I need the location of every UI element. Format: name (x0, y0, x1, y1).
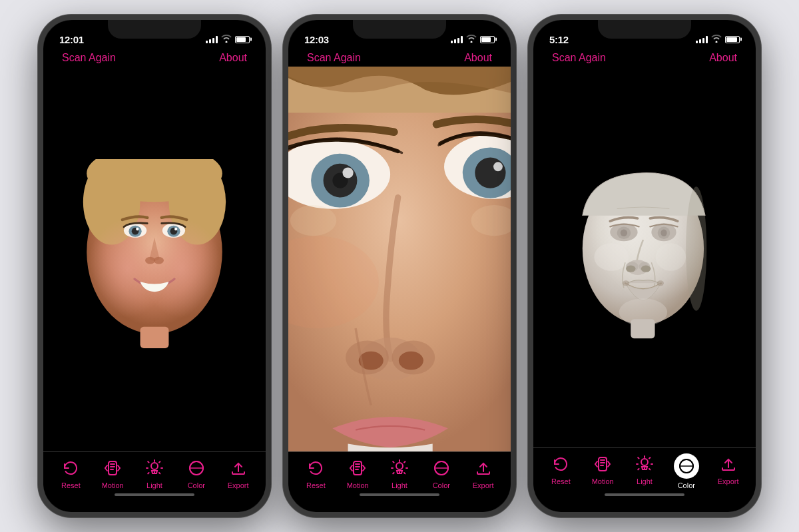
home-indicator-1 (115, 493, 194, 496)
toolbar-color-2[interactable]: Color (425, 457, 458, 489)
toolbar-3: Reset Motion (533, 447, 756, 512)
svg-point-59 (623, 280, 629, 286)
reset-icon-3 (550, 453, 571, 475)
toolbar-light-1[interactable]: Light (138, 457, 171, 489)
toolbar-motion-2[interactable]: Motion (341, 457, 374, 489)
face-clay-svg (568, 160, 721, 354)
phone-frame-2: 12:03 (283, 15, 516, 517)
about-btn-3[interactable]: About (709, 52, 737, 64)
toolbar-motion-3[interactable]: Motion (586, 453, 619, 485)
toolbar-export-1[interactable]: Export (222, 457, 255, 489)
signal-bar-1 (206, 41, 208, 43)
face-svg-1 (75, 159, 234, 359)
wifi-icon-1 (221, 35, 232, 45)
notch-3 (598, 20, 691, 39)
toolbar-light-3[interactable]: Light (628, 453, 661, 485)
notch-2 (353, 20, 446, 39)
phone-2: 12:03 (283, 15, 516, 517)
battery-icon-1 (235, 36, 250, 43)
toolbar-reset-1[interactable]: Reset (54, 457, 87, 489)
svg-point-58 (656, 243, 686, 270)
svg-point-15 (154, 257, 164, 264)
toolbar-color-3[interactable]: Color (670, 453, 703, 489)
notch-1 (108, 20, 201, 39)
phone-screen-3: 5:12 (533, 20, 756, 512)
color-label-1: Color (188, 481, 205, 489)
wifi-icon-2 (466, 35, 477, 45)
light-icon-2 (389, 457, 410, 479)
export-label-3: Export (718, 477, 739, 485)
battery-fill-2 (481, 37, 491, 42)
svg-point-55 (626, 265, 636, 272)
face-zoomed-svg (288, 67, 511, 451)
svg-point-14 (145, 257, 155, 264)
color-icon-3 (677, 457, 696, 475)
svg-point-30 (475, 157, 505, 188)
scan-again-btn-1[interactable]: Scan Again (62, 52, 116, 64)
toolbar-light-2[interactable]: Light (383, 457, 416, 489)
signal-bars-3 (696, 36, 708, 43)
phone-1: 12:01 (38, 15, 271, 517)
content-area-3 (533, 67, 756, 447)
svg-point-63 (686, 186, 706, 310)
color-label-3: Color (678, 481, 695, 489)
status-icons-1 (206, 35, 250, 45)
svg-point-56 (641, 265, 651, 272)
motion-label-2: Motion (347, 481, 369, 489)
toolbar-items-2: Reset Motion (288, 457, 511, 489)
nav-bar-3: Scan Again About (533, 49, 756, 67)
battery-icon-2 (480, 36, 495, 43)
nav-bar-1: Scan Again About (43, 49, 266, 67)
toolbar-reset-2[interactable]: Reset (299, 457, 332, 489)
scan-again-btn-2[interactable]: Scan Again (307, 52, 361, 64)
toolbar-motion-1[interactable]: Motion (96, 457, 129, 489)
phone-3: 5:12 (528, 15, 761, 517)
reset-icon-2 (305, 457, 326, 479)
battery-fill-1 (236, 37, 246, 42)
svg-point-60 (657, 280, 664, 286)
toolbar-reset-3[interactable]: Reset (544, 453, 577, 485)
signal-bar-4 (216, 36, 218, 43)
about-btn-2[interactable]: About (464, 52, 492, 64)
home-indicator-2 (360, 493, 439, 496)
scan-again-btn-3[interactable]: Scan Again (552, 52, 606, 64)
toolbar-items-1: Reset Motion (43, 457, 266, 489)
status-time-2: 12:03 (304, 34, 329, 45)
status-time-3: 5:12 (549, 34, 569, 45)
color-icon-1 (186, 457, 207, 479)
toolbar-1: Reset Motion (43, 451, 266, 512)
toolbar-export-3[interactable]: Export (712, 453, 745, 485)
svg-rect-62 (631, 319, 655, 338)
light-label-1: Light (146, 481, 162, 489)
color-label-2: Color (433, 481, 450, 489)
export-label-2: Export (473, 481, 494, 489)
face-bg-3 (533, 67, 756, 447)
wifi-icon-3 (711, 35, 722, 45)
svg-point-41 (396, 463, 403, 469)
phone-frame-1: 12:01 (38, 15, 271, 517)
export-icon-2 (473, 457, 494, 479)
toolbar-color-1[interactable]: Color (180, 457, 213, 489)
color-icon-2 (431, 457, 452, 479)
about-btn-1[interactable]: About (219, 52, 247, 64)
signal-bar-2 (209, 39, 211, 43)
status-time-1: 12:01 (59, 34, 84, 45)
toolbar-export-2[interactable]: Export (467, 457, 500, 489)
signal-bars-1 (206, 36, 218, 43)
light-label-3: Light (637, 477, 653, 485)
motion-icon-1 (102, 457, 123, 479)
svg-point-38 (290, 205, 336, 236)
light-icon-3 (634, 453, 655, 475)
svg-point-12 (136, 228, 138, 230)
nav-bar-2: Scan Again About (288, 49, 511, 67)
motion-label-3: Motion (592, 477, 614, 485)
face-bg-1 (43, 67, 266, 451)
svg-point-50 (621, 230, 627, 236)
motion-icon-3 (592, 453, 613, 475)
svg-rect-16 (140, 327, 169, 348)
content-area-1 (43, 67, 266, 451)
phone-screen-1: 12:01 (43, 20, 266, 512)
svg-point-51 (661, 230, 666, 236)
status-icons-3 (696, 35, 740, 45)
reset-icon-1 (60, 457, 81, 479)
